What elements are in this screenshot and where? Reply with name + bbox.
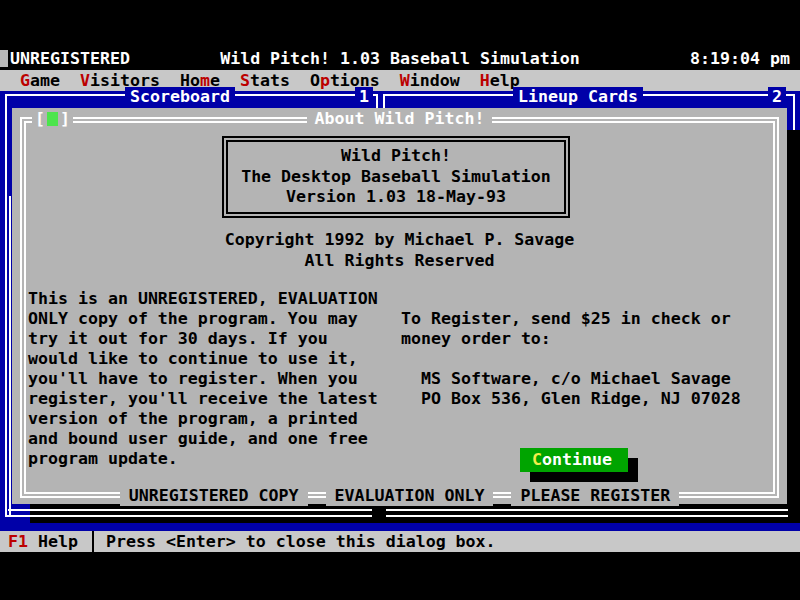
- menu-item-window[interactable]: Window: [400, 71, 460, 90]
- background-window-border: [9, 196, 11, 517]
- f1-help-label[interactable]: Help: [38, 532, 78, 551]
- footer-label: UNREGISTERED COPY: [120, 486, 308, 506]
- continue-button[interactable]: Continue: [520, 448, 628, 472]
- evaluation-notice-text: This is an UNREGISTERED, EVALUATION ONLY…: [28, 289, 378, 469]
- footer-label: PLEASE REGISTER: [511, 486, 679, 506]
- window-number: 1: [355, 87, 373, 107]
- program-name: Wild Pitch!: [228, 146, 564, 167]
- hotkey-letter: C: [532, 450, 542, 469]
- program-subtitle: The Desktop Baseball Simulation: [228, 167, 564, 188]
- copyright-notice: Copyright 1992 by Michael P. Savage All …: [12, 229, 787, 271]
- footer-label: EVALUATION ONLY: [326, 486, 494, 506]
- menu-bar: Game Visitors Home Stats Options Window …: [0, 70, 800, 91]
- window-number: 2: [768, 87, 786, 107]
- dialog-shadow: [787, 130, 800, 523]
- status-bar-divider: [92, 531, 94, 552]
- f1-help-hotkey[interactable]: F1: [8, 532, 28, 551]
- clock: 8:19:04 pm: [690, 49, 790, 68]
- background-window-border: [8, 509, 372, 517]
- close-icon[interactable]: []: [32, 109, 73, 129]
- menu-item-game[interactable]: Game: [20, 71, 60, 90]
- hotkey-letter: V: [80, 71, 90, 90]
- about-info-box: Wild Pitch! The Desktop Baseball Simulat…: [222, 136, 570, 218]
- app-title-bar: UNREGISTERED Wild Pitch! 1.03 Baseball S…: [0, 48, 800, 70]
- background-window-border: [386, 509, 788, 517]
- close-block-glyph: [47, 112, 58, 126]
- status-message: Press <Enter> to close this dialog box.: [106, 532, 496, 551]
- about-dialog: [] About Wild Pitch! Wild Pitch! The Des…: [12, 108, 787, 504]
- window-title-scoreboard[interactable]: Scoreboard: [125, 87, 235, 107]
- screen: UNREGISTERED Wild Pitch! 1.03 Baseball S…: [0, 0, 800, 600]
- registration-address-text: To Register, send $25 in check or money …: [401, 309, 741, 409]
- window-title-lineup-cards[interactable]: Lineup Cards: [513, 87, 643, 107]
- hotkey-letter: H: [480, 71, 490, 90]
- program-version: Version 1.03 18-May-93: [228, 187, 564, 208]
- hotkey-letter: G: [20, 71, 30, 90]
- desktop: Scoreboard 1 Lineup Cards 2 [] About Wil…: [0, 91, 800, 531]
- hotkey-letter: S: [240, 71, 250, 90]
- dialog-footer-banner: UNREGISTERED COPY EVALUATION ONLY PLEASE…: [12, 486, 787, 506]
- hotkey-letter: W: [400, 71, 410, 90]
- status-bar: F1 Help Press <Enter> to close this dial…: [0, 531, 800, 552]
- hotkey-letter: p: [320, 71, 330, 90]
- menu-item-stats[interactable]: Stats: [240, 71, 290, 90]
- app-title: Wild Pitch! 1.03 Baseball Simulation: [0, 49, 800, 68]
